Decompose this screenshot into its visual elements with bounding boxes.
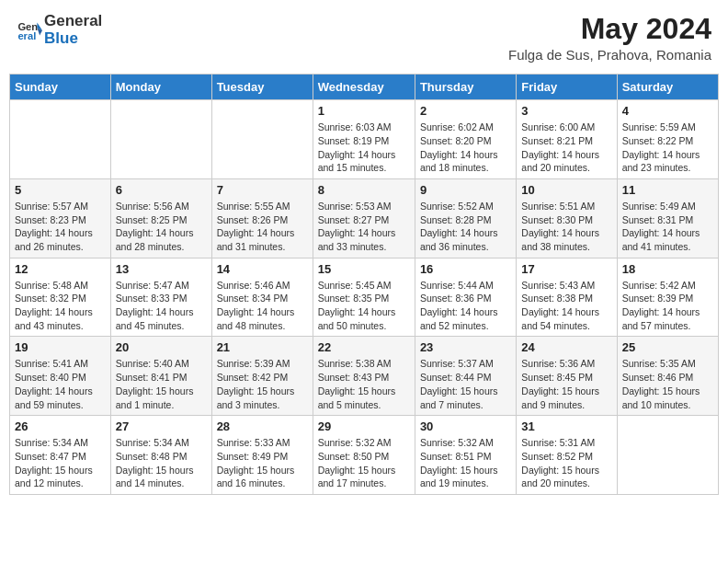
day-number: 19	[15, 340, 106, 354]
col-header-monday: Monday	[110, 75, 211, 100]
day-number: 24	[521, 340, 611, 354]
logo: Gen eral General Blue	[17, 13, 102, 47]
calendar-cell: 11Sunrise: 5:49 AMSunset: 8:31 PMDayligh…	[617, 178, 718, 258]
day-number: 9	[420, 183, 511, 197]
calendar-cell: 21Sunrise: 5:39 AMSunset: 8:42 PMDayligh…	[211, 337, 313, 416]
calendar-cell: 9Sunrise: 5:52 AMSunset: 8:28 PMDaylight…	[415, 178, 516, 258]
day-detail: Sunrise: 5:45 AMSunset: 8:35 PMDaylight:…	[318, 279, 410, 333]
day-number: 29	[318, 419, 410, 433]
calendar-cell: 12Sunrise: 5:48 AMSunset: 8:32 PMDayligh…	[10, 258, 111, 337]
calendar-cell: 15Sunrise: 5:45 AMSunset: 8:35 PMDayligh…	[313, 258, 415, 337]
logo-line1: General	[44, 13, 102, 30]
calendar-cell: 2Sunrise: 6:02 AMSunset: 8:20 PMDaylight…	[415, 100, 516, 179]
calendar-cell: 25Sunrise: 5:35 AMSunset: 8:46 PMDayligh…	[617, 337, 718, 416]
calendar-cell: 24Sunrise: 5:36 AMSunset: 8:45 PMDayligh…	[517, 337, 617, 416]
calendar-cell: 10Sunrise: 5:51 AMSunset: 8:30 PMDayligh…	[517, 178, 617, 258]
day-detail: Sunrise: 5:41 AMSunset: 8:40 PMDaylight:…	[15, 357, 106, 411]
day-number: 10	[521, 183, 611, 197]
day-detail: Sunrise: 5:51 AMSunset: 8:30 PMDaylight:…	[521, 200, 611, 254]
calendar-cell: 3Sunrise: 6:00 AMSunset: 8:21 PMDaylight…	[517, 100, 617, 179]
day-detail: Sunrise: 6:00 AMSunset: 8:21 PMDaylight:…	[521, 121, 611, 175]
col-header-thursday: Thursday	[415, 75, 516, 100]
day-number: 14	[217, 262, 308, 276]
day-detail: Sunrise: 5:40 AMSunset: 8:41 PMDaylight:…	[116, 357, 207, 411]
day-number: 13	[116, 262, 207, 276]
calendar-cell	[110, 100, 211, 179]
day-detail: Sunrise: 6:02 AMSunset: 8:20 PMDaylight:…	[420, 121, 511, 175]
day-detail: Sunrise: 5:32 AMSunset: 8:51 PMDaylight:…	[420, 436, 511, 490]
day-number: 17	[521, 262, 611, 276]
day-number: 4	[622, 104, 713, 118]
day-number: 28	[217, 419, 308, 433]
day-number: 12	[15, 262, 106, 276]
day-detail: Sunrise: 5:38 AMSunset: 8:43 PMDaylight:…	[318, 357, 410, 411]
day-detail: Sunrise: 5:56 AMSunset: 8:25 PMDaylight:…	[116, 200, 207, 254]
calendar-week-3: 12Sunrise: 5:48 AMSunset: 8:32 PMDayligh…	[10, 258, 719, 337]
day-detail: Sunrise: 5:47 AMSunset: 8:33 PMDaylight:…	[116, 279, 207, 333]
month-title: May 2024	[508, 13, 711, 45]
calendar-cell: 5Sunrise: 5:57 AMSunset: 8:23 PMDaylight…	[10, 178, 111, 258]
logo-icon: Gen eral	[17, 17, 42, 43]
col-header-friday: Friday	[517, 75, 617, 100]
day-detail: Sunrise: 5:46 AMSunset: 8:34 PMDaylight:…	[217, 279, 308, 333]
day-detail: Sunrise: 5:35 AMSunset: 8:46 PMDaylight:…	[622, 357, 713, 411]
day-number: 16	[420, 262, 511, 276]
day-number: 1	[318, 104, 410, 118]
day-detail: Sunrise: 5:59 AMSunset: 8:22 PMDaylight:…	[622, 121, 713, 175]
calendar-week-4: 19Sunrise: 5:41 AMSunset: 8:40 PMDayligh…	[10, 337, 719, 416]
day-detail: Sunrise: 5:52 AMSunset: 8:28 PMDaylight:…	[420, 200, 511, 254]
calendar-table: SundayMondayTuesdayWednesdayThursdayFrid…	[9, 74, 719, 495]
day-detail: Sunrise: 5:49 AMSunset: 8:31 PMDaylight:…	[622, 200, 713, 254]
calendar-cell	[211, 100, 313, 179]
calendar-cell: 26Sunrise: 5:34 AMSunset: 8:47 PMDayligh…	[10, 416, 111, 495]
day-detail: Sunrise: 5:48 AMSunset: 8:32 PMDaylight:…	[15, 279, 106, 333]
day-detail: Sunrise: 5:42 AMSunset: 8:39 PMDaylight:…	[622, 279, 713, 333]
day-number: 7	[217, 183, 308, 197]
calendar-week-1: 1Sunrise: 6:03 AMSunset: 8:19 PMDaylight…	[10, 100, 719, 179]
day-detail: Sunrise: 5:44 AMSunset: 8:36 PMDaylight:…	[420, 279, 511, 333]
calendar-cell: 17Sunrise: 5:43 AMSunset: 8:38 PMDayligh…	[517, 258, 617, 337]
day-detail: Sunrise: 5:39 AMSunset: 8:42 PMDaylight:…	[217, 357, 308, 411]
calendar-cell: 20Sunrise: 5:40 AMSunset: 8:41 PMDayligh…	[110, 337, 211, 416]
logo-line2: Blue	[44, 30, 102, 48]
day-number: 22	[318, 340, 410, 354]
calendar-cell: 13Sunrise: 5:47 AMSunset: 8:33 PMDayligh…	[110, 258, 211, 337]
calendar-cell: 8Sunrise: 5:53 AMSunset: 8:27 PMDaylight…	[313, 178, 415, 258]
day-detail: Sunrise: 5:33 AMSunset: 8:49 PMDaylight:…	[217, 436, 308, 490]
col-header-wednesday: Wednesday	[313, 75, 415, 100]
day-detail: Sunrise: 5:43 AMSunset: 8:38 PMDaylight:…	[521, 279, 611, 333]
title-block: May 2024 Fulga de Sus, Prahova, Romania	[508, 13, 711, 63]
day-number: 23	[420, 340, 511, 354]
day-number: 2	[420, 104, 511, 118]
calendar-cell: 27Sunrise: 5:34 AMSunset: 8:48 PMDayligh…	[110, 416, 211, 495]
col-header-saturday: Saturday	[617, 75, 718, 100]
day-number: 20	[116, 340, 207, 354]
calendar-cell: 1Sunrise: 6:03 AMSunset: 8:19 PMDaylight…	[313, 100, 415, 179]
calendar-cell: 18Sunrise: 5:42 AMSunset: 8:39 PMDayligh…	[617, 258, 718, 337]
calendar-cell: 16Sunrise: 5:44 AMSunset: 8:36 PMDayligh…	[415, 258, 516, 337]
svg-text:eral: eral	[17, 29, 36, 40]
day-number: 11	[622, 183, 713, 197]
location-subtitle: Fulga de Sus, Prahova, Romania	[508, 47, 711, 63]
calendar-cell: 6Sunrise: 5:56 AMSunset: 8:25 PMDaylight…	[110, 178, 211, 258]
day-detail: Sunrise: 5:37 AMSunset: 8:44 PMDaylight:…	[420, 357, 511, 411]
col-header-sunday: Sunday	[10, 75, 111, 100]
day-number: 26	[15, 419, 106, 433]
calendar-cell: 23Sunrise: 5:37 AMSunset: 8:44 PMDayligh…	[415, 337, 516, 416]
calendar-cell: 14Sunrise: 5:46 AMSunset: 8:34 PMDayligh…	[211, 258, 313, 337]
calendar-cell: 31Sunrise: 5:31 AMSunset: 8:52 PMDayligh…	[517, 416, 617, 495]
col-header-tuesday: Tuesday	[211, 75, 313, 100]
day-detail: Sunrise: 5:34 AMSunset: 8:47 PMDaylight:…	[15, 436, 106, 490]
day-number: 27	[116, 419, 207, 433]
calendar-cell: 30Sunrise: 5:32 AMSunset: 8:51 PMDayligh…	[415, 416, 516, 495]
calendar-cell: 4Sunrise: 5:59 AMSunset: 8:22 PMDaylight…	[617, 100, 718, 179]
day-number: 8	[318, 183, 410, 197]
day-number: 30	[420, 419, 511, 433]
day-detail: Sunrise: 6:03 AMSunset: 8:19 PMDaylight:…	[318, 121, 410, 175]
day-detail: Sunrise: 5:57 AMSunset: 8:23 PMDaylight:…	[15, 200, 106, 254]
day-detail: Sunrise: 5:36 AMSunset: 8:45 PMDaylight:…	[521, 357, 611, 411]
calendar-cell: 22Sunrise: 5:38 AMSunset: 8:43 PMDayligh…	[313, 337, 415, 416]
calendar-cell: 28Sunrise: 5:33 AMSunset: 8:49 PMDayligh…	[211, 416, 313, 495]
calendar-cell: 7Sunrise: 5:55 AMSunset: 8:26 PMDaylight…	[211, 178, 313, 258]
calendar-header: SundayMondayTuesdayWednesdayThursdayFrid…	[10, 75, 719, 100]
